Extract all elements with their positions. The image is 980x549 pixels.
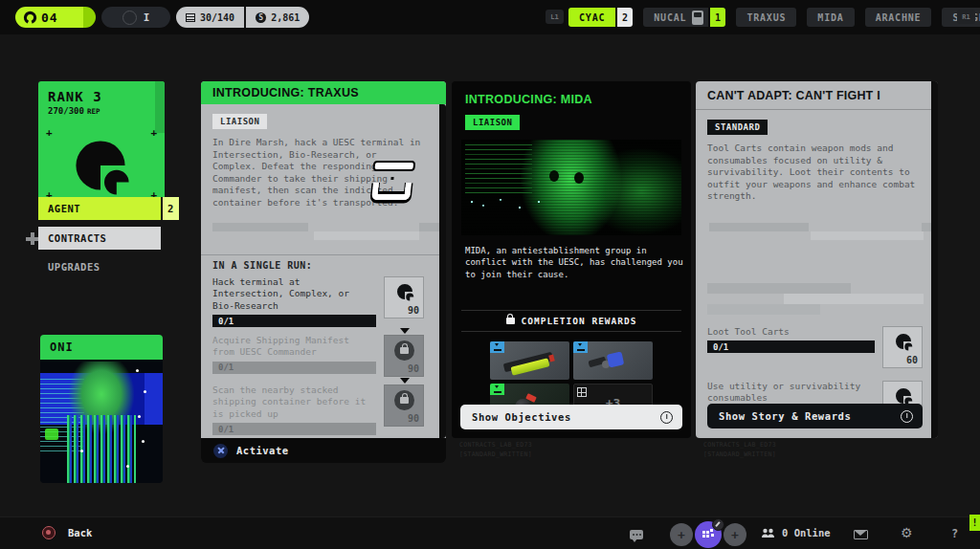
player-avatar[interactable] [695,521,722,548]
decor-block [707,283,851,294]
reward-tile-attachment[interactable] [573,341,653,380]
tab-cyac[interactable]: CYAC 2 [568,8,633,27]
objectives-section: IN A SINGLE RUN: Hack terminal at Inters… [201,254,439,438]
activate-label: Activate [236,445,289,456]
show-story-rewards-button[interactable]: Show Story & Rewards [707,404,923,428]
plus-mark: + [150,127,157,138]
objective-row: Hack terminal at Intersection, Complex, … [212,276,424,327]
squad-slot-pill[interactable]: I [101,7,170,28]
sidebar-item-contracts[interactable]: CONTRACTS [38,227,161,250]
rank-card-accent [155,81,165,133]
decor-block [922,223,931,231]
back-button[interactable]: Back [42,526,92,539]
objectives-header: IN A SINGLE RUN: [212,260,424,271]
button-label: Show Objectives [472,411,571,423]
player-level-pill: 04 [15,7,96,28]
footnote-line: [STANDARD_WRITTEN] [703,450,895,460]
decor-block [707,304,820,315]
art-scanlines [461,140,681,235]
decor-block [709,223,809,231]
faction-tabs: CYAC 2 NUCAL 1 TRAXUS MIDA ARACHNE SEKGE… [568,8,980,27]
contract-type-badge: LIAISON [465,115,520,130]
credits-value: 2,861 [271,12,300,23]
tab-label: MIDA [807,8,854,27]
decor-block [314,231,419,240]
bumper-right-icon: R1 [957,10,975,24]
tab-traxus[interactable]: TRAXUS [736,8,796,27]
circle-button-icon [42,526,56,539]
help-icon[interactable] [951,527,958,540]
unlock-badge-icon [490,341,504,353]
friends-icon [761,528,775,538]
supply-value: 30/140 [200,12,234,23]
grid-icon [577,387,587,397]
chat-icon[interactable] [630,530,643,539]
activate-bar[interactable]: Activate [201,438,446,463]
contract-card-standard: CAN'T ADAPT: CAN'T FIGHT I STANDARD Tool… [696,81,938,438]
marathon-logo-icon [23,11,37,25]
contract-title: INTRODUCING: MIDA [465,93,681,106]
info-icon [901,410,913,423]
reward-box: 60 [882,326,923,368]
online-status: 0 Online [761,527,831,538]
contract-type-badge: STANDARD [707,120,768,135]
faction-rank-card: RANK 3 270/300REP + + + + [38,81,165,206]
tab-arachne[interactable]: ARACHNE [865,8,932,27]
contract-card-mida: INTRODUCING: MIDA LIAISON MIDA, an antie… [452,81,691,438]
objective-row: Loot Tool Carts 0/1 60 [707,326,923,368]
chain-arrow-icon [400,378,410,384]
oni-portrait-image [40,360,163,483]
gear-icon[interactable] [901,525,913,540]
completion-rewards-header: COMPLETION REWARDS [461,310,681,332]
add-squadmate-button[interactable]: + [724,523,746,546]
reward-tile-weapon[interactable] [490,341,569,380]
contract-description: Tool Carts contain weapon mods and consu… [707,143,916,203]
rewards-header-label: COMPLETION REWARDS [522,316,637,326]
contract-id-footnote: CONTRACTS_LAB_ED73 [STANDARD_WRITTEN] [459,441,651,460]
contract-title: INTRODUCING: TRAXUS [201,81,446,104]
cursor-reticle-top [374,163,413,169]
reward-attachment-image [607,352,625,368]
reward-box-locked: 90 [384,384,424,427]
sidebar-item-label: UPGRADES [48,261,100,273]
show-objectives-button[interactable]: Show Objectives [460,405,682,429]
cursor-reticle-dot [390,177,393,180]
decor-block [212,223,308,231]
currency-pill: 30/140 2,861 [176,7,309,28]
agent-count-badge: 2 [161,197,179,220]
reward-box: 90 [384,276,424,318]
credits-icon [256,12,266,23]
cursor-reticle [369,161,420,205]
card-edge-rail [931,81,938,438]
objective-progress: 0/1 [707,340,875,353]
tab-label: NUCAL [643,8,692,27]
lock-icon [394,390,414,410]
contract-card-traxus: INTRODUCING: TRAXUS LIAISON In Dire Mars… [201,81,446,438]
mida-key-art-image [461,140,681,235]
card-edge-rail [439,104,446,438]
add-squadmate-button[interactable]: + [670,523,693,546]
dpad-icon [26,232,38,245]
device-icon [692,11,703,25]
mail-icon[interactable] [854,530,868,539]
sidebar-item-upgrades[interactable]: UPGRADES [48,259,100,274]
oni-header: ONI [40,335,163,360]
tab-mida[interactable]: MIDA [807,8,854,27]
cyac-rep-icon [395,282,414,301]
edit-badge-icon [712,518,724,531]
rep-value: 270/300 [48,106,84,116]
button-label: Show Story & Rewards [719,410,851,422]
sidebar-item-agent[interactable]: AGENT 2 [38,197,179,220]
footnote-line: [STANDARD_WRITTEN] [459,450,651,460]
objective-row-locked: Acquire Shipping Manifest from UESC Comm… [212,335,424,377]
tab-nucal[interactable]: NUCAL 1 [643,8,725,27]
notification-badge[interactable]: ! [969,515,980,531]
empty-slot-icon [122,11,137,25]
avatar-glyph [702,531,705,534]
objective-text: Loot Tool Carts [707,326,875,338]
objective-progress: 0/1 [212,315,376,327]
plus-mark: + [46,127,53,138]
reward-weapon-image [548,355,555,362]
rep-label: REP [87,107,100,116]
reward-amount: 90 [408,413,419,424]
